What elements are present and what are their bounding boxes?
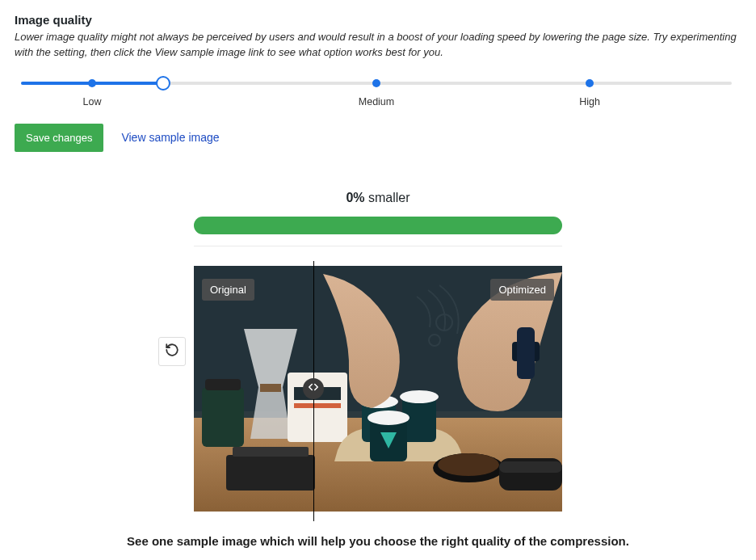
badge-original: Original — [202, 279, 254, 301]
compression-result-text: 0% smaller — [15, 191, 741, 205]
footer-caption: See one sample image which will help you… — [15, 534, 741, 548]
compression-percent: 0% — [346, 191, 364, 204]
compare-handle[interactable] — [303, 378, 324, 399]
svg-rect-11 — [294, 403, 341, 408]
section-description: Lower image quality might not always be … — [15, 30, 741, 61]
progress-wrap — [194, 217, 562, 234]
progress-bar — [194, 217, 562, 234]
svg-rect-24 — [517, 327, 535, 379]
refresh-icon — [165, 343, 179, 360]
compare-handle-icon — [308, 381, 319, 396]
svg-point-26 — [438, 453, 499, 476]
save-button[interactable]: Save changes — [15, 124, 103, 152]
slider-label-medium: Medium — [359, 96, 394, 107]
svg-rect-28 — [499, 461, 562, 473]
slider-stop-medium[interactable] — [372, 79, 380, 87]
svg-rect-13 — [233, 447, 309, 457]
compression-suffix: smaller — [365, 191, 410, 204]
slider-track — [21, 82, 732, 85]
image-compare[interactable]: Original Optimized — [194, 266, 562, 512]
view-sample-link[interactable]: View sample image — [121, 131, 219, 144]
svg-rect-8 — [260, 384, 281, 392]
quality-slider[interactable]: Low Medium High — [21, 82, 732, 109]
refresh-button[interactable] — [158, 337, 186, 366]
slider-handle[interactable] — [156, 76, 170, 91]
svg-point-19 — [368, 411, 410, 425]
svg-point-17 — [400, 390, 439, 403]
slider-stop-high[interactable] — [586, 79, 594, 87]
action-row: Save changes View sample image — [15, 124, 741, 152]
sample-image — [194, 266, 562, 512]
svg-rect-4 — [202, 387, 244, 447]
svg-rect-12 — [226, 455, 315, 491]
divider — [194, 246, 562, 246]
slider-label-low: Low — [83, 96, 102, 107]
badge-optimized: Optimized — [490, 279, 554, 301]
section-title: Image quality — [15, 13, 741, 27]
svg-rect-5 — [205, 379, 241, 390]
slider-label-high: High — [579, 96, 600, 107]
slider-stop-low[interactable] — [88, 79, 96, 87]
